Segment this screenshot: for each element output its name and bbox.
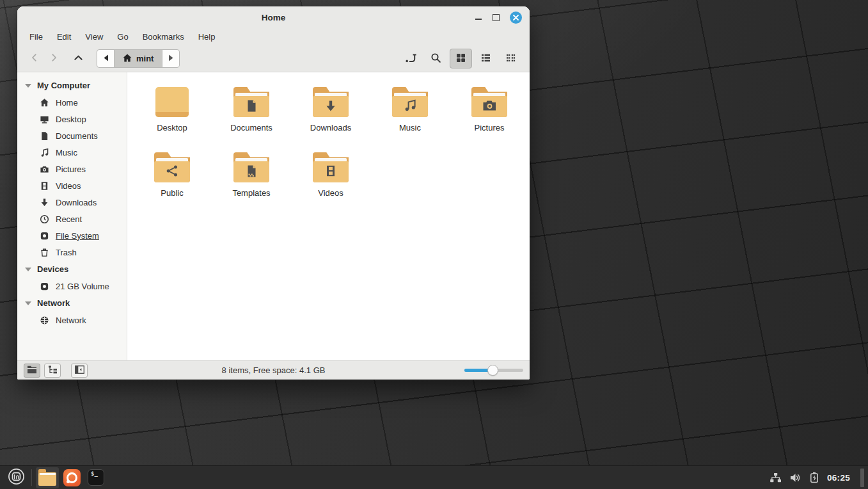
file-label: Music [399,123,421,132]
file-item-music[interactable]: Music [370,83,450,132]
close-button[interactable] [510,12,522,24]
film-glyph-icon [324,164,337,179]
sidebar-item-home[interactable]: Home [17,94,127,111]
drive-icon [39,230,49,241]
sidebar-item-label: Downloads [56,198,97,207]
sidebar-item-videos[interactable]: Videos [17,177,127,194]
section-label: My Computer [37,81,90,90]
forward-button[interactable] [44,49,63,68]
file-item-templates[interactable]: Templates [212,148,291,198]
battery-charging-icon[interactable] [809,472,819,483]
sidebar-item-label: Music [56,148,77,157]
search-button[interactable] [425,49,447,68]
maximize-button[interactable] [493,14,500,21]
taskbar-separator [31,469,32,486]
file-label: Documents [230,123,272,132]
sidebar-item-desktop[interactable]: Desktop [17,111,127,127]
volume-icon[interactable] [789,472,801,483]
hide-sidebar-icon [75,365,84,376]
section-label: Network [37,298,70,308]
menu-view[interactable]: View [85,32,103,42]
download-arrow-icon [39,197,49,207]
breadcrumb-left-arrow[interactable] [97,50,114,67]
mint-menu-button[interactable] [4,466,28,489]
breadcrumb-right-arrow[interactable] [162,50,179,67]
menu-bookmarks[interactable]: Bookmarks [143,32,184,42]
minimize-button[interactable] [475,13,482,21]
home-icon [123,54,132,64]
template-glyph-icon [245,164,258,180]
file-label: Public [161,188,183,198]
tree-view-button[interactable] [44,364,61,378]
window-title: Home [17,6,530,28]
expander-triangle-icon[interactable] [25,301,31,305]
sidebar-item-recent[interactable]: Recent [17,211,127,227]
compact-view-icon [505,52,516,65]
show-desktop-button[interactable] [860,469,864,487]
icon-view-button[interactable] [450,49,472,68]
sidebar-item-21-gb-volume[interactable]: 21 GB Volume [17,278,127,294]
compact-view-button[interactable] [500,49,522,68]
zoom-slider-handle[interactable] [487,365,498,376]
camera-glyph-icon [482,100,497,113]
list-view-button[interactable] [475,49,497,68]
file-item-downloads[interactable]: Downloads [291,83,370,132]
share-glyph-icon [166,164,178,179]
sidebar-item-downloads[interactable]: Downloads [17,194,127,211]
taskbar-firefox-button[interactable] [60,467,83,488]
expander-triangle-icon[interactable] [25,84,31,88]
breadcrumb-label: mint [136,54,154,63]
file-item-desktop[interactable]: Desktop [132,83,212,132]
triangle-right-icon [168,54,174,63]
globe-icon [39,315,49,325]
document-glyph-icon [245,99,258,115]
folder-template-icon [233,152,269,182]
toggle-location-entry-button[interactable] [400,49,422,68]
taskbar-terminal-button[interactable]: $_ [84,467,107,488]
sidebar-section-network[interactable]: Network [17,294,127,312]
grid-view-icon [455,52,466,65]
desktop-background[interactable]: Home File Edit View Go Bookmarks Help [0,0,868,489]
expander-triangle-icon[interactable] [25,268,31,271]
sidebar-item-music[interactable]: Music [17,144,127,161]
sidebar-item-label: Trash [56,248,77,257]
sidebar-section-my-computer[interactable]: My Computer [17,77,127,94]
sidebar-section-devices[interactable]: Devices [17,261,127,278]
sidebar-item-label: Videos [56,181,81,191]
file-item-public[interactable]: Public [132,148,212,198]
sidebar-item-pictures[interactable]: Pictures [17,161,127,177]
menu-file[interactable]: File [29,32,43,42]
places-view-button[interactable] [24,364,40,378]
zoom-slider[interactable] [464,365,523,376]
menubar: File Edit View Go Bookmarks Help [17,28,530,45]
folder-film-icon [313,152,349,182]
document-icon [39,131,49,141]
file-item-videos[interactable]: Videos [291,148,370,198]
breadcrumb-segment-home[interactable]: mint [114,50,162,67]
sidebar-item-documents[interactable]: Documents [17,127,127,144]
menu-go[interactable]: Go [117,32,128,42]
file-item-documents[interactable]: Documents [212,83,291,132]
trash-icon [39,247,49,257]
sidebar-item-label: Desktop [56,115,86,124]
titlebar[interactable]: Home [17,6,530,28]
hide-sidebar-button[interactable] [71,364,88,378]
taskbar-clock[interactable]: 06:25 [827,473,850,483]
sidebar-item-network[interactable]: Network [17,312,127,328]
sidebar-item-label: Home [56,98,78,108]
film-icon [39,180,49,191]
file-item-pictures[interactable]: Pictures [450,83,529,132]
file-list-area[interactable]: Desktop Documents Downloads Music [127,72,530,360]
folder-share-icon [154,152,190,182]
file-manager-window: Home File Edit View Go Bookmarks Help [17,6,530,380]
network-tray-icon[interactable] [769,472,782,483]
taskbar-file-manager-button[interactable] [36,467,59,488]
menu-help[interactable]: Help [198,32,216,42]
sidebar-item-file-system[interactable]: File System [17,227,127,244]
up-button[interactable] [68,49,88,68]
menu-edit[interactable]: Edit [57,32,71,42]
sidebar-item-trash[interactable]: Trash [17,244,127,261]
back-button[interactable] [25,49,44,68]
music-glyph-icon [403,99,417,114]
home-icon [39,97,49,108]
